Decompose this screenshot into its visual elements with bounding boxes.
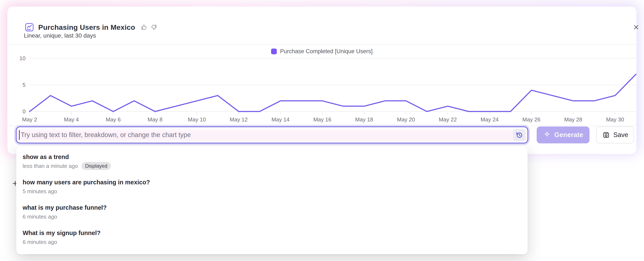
history-item-meta: 6 minutes ago: [22, 213, 521, 220]
legend-swatch[interactable]: [271, 48, 277, 54]
generate-button-label: Generate: [554, 131, 583, 139]
svg-text:May 4: May 4: [64, 116, 79, 123]
close-button[interactable]: [631, 22, 642, 33]
save-floppy-icon: [602, 131, 610, 139]
history-button[interactable]: [513, 129, 525, 141]
history-item-time: less than a minute ago: [22, 163, 78, 169]
svg-text:May 6: May 6: [106, 116, 121, 123]
history-item-time: 5 minutes ago: [22, 188, 57, 195]
svg-text:May 28: May 28: [564, 116, 582, 123]
thumbs-down-button[interactable]: [151, 24, 157, 31]
svg-text:May 20: May 20: [397, 116, 415, 123]
history-dropdown-list: show as a trend less than a minute ago D…: [16, 149, 528, 250]
history-item-title: show as a trend: [22, 153, 521, 161]
close-icon: [633, 24, 640, 31]
history-item[interactable]: what is my purchase funnel? 6 minutes ag…: [16, 199, 528, 225]
svg-text:May 14: May 14: [272, 116, 290, 123]
card-header: Purchasing Users in Mexico: [24, 22, 157, 32]
svg-text:May 30: May 30: [606, 116, 624, 123]
header-divider: [8, 44, 636, 45]
svg-text:May 12: May 12: [230, 116, 248, 123]
svg-text:May 10: May 10: [188, 116, 206, 123]
history-item-meta: 5 minutes ago: [22, 188, 521, 195]
generate-button[interactable]: Generate: [537, 126, 590, 143]
history-clock-icon: [515, 131, 523, 139]
save-button[interactable]: Save: [596, 126, 634, 143]
thumbs-down-icon: [151, 24, 157, 31]
chart-subtitle: Linear, unique, last 30 days: [24, 32, 96, 39]
svg-text:10: 10: [20, 55, 26, 61]
history-item[interactable]: What is my signup funnel? 6 minutes ago: [16, 225, 528, 250]
chart-divider: [8, 126, 636, 126]
page-title: Purchasing Users in Mexico: [38, 23, 135, 31]
prompt-input[interactable]: [16, 126, 528, 143]
thumbs-up-icon: [141, 24, 147, 31]
history-item-meta: less than a minute ago Displayed: [22, 163, 521, 169]
svg-text:May 18: May 18: [355, 116, 373, 123]
history-item-time: 6 minutes ago: [22, 214, 57, 220]
chart-line-icon: [24, 22, 34, 32]
sparkle-icon: [543, 131, 551, 139]
svg-text:May 2: May 2: [22, 116, 37, 123]
save-button-label: Save: [613, 131, 628, 139]
svg-text:5: 5: [22, 82, 26, 88]
history-item[interactable]: how many users are purchasing in mexico?…: [16, 174, 528, 199]
svg-text:May 26: May 26: [522, 116, 540, 123]
svg-text:0: 0: [22, 108, 26, 115]
history-item-title: what is my purchase funnel?: [22, 204, 521, 211]
legend-label[interactable]: Purchase Completed [Unique Users]: [280, 48, 372, 55]
svg-text:May 8: May 8: [148, 116, 162, 123]
svg-text:May 24: May 24: [481, 116, 499, 123]
history-item[interactable]: show as a trend less than a minute ago D…: [16, 149, 528, 174]
svg-text:May 22: May 22: [439, 116, 457, 123]
text-caret: [19, 130, 20, 140]
line-chart: 0510May 2May 4May 6May 8May 10May 12May …: [8, 55, 636, 127]
history-item-time: 6 minutes ago: [22, 239, 57, 245]
feedback-buttons: [141, 24, 157, 31]
history-item-meta: 6 minutes ago: [22, 239, 521, 245]
svg-text:May 16: May 16: [313, 116, 331, 123]
history-item-title: What is my signup funnel?: [22, 229, 521, 237]
history-dropdown: show as a trend less than a minute ago D…: [16, 146, 528, 254]
thumbs-up-button[interactable]: [141, 24, 147, 31]
chart-legend: Purchase Completed [Unique Users]: [8, 48, 636, 55]
history-item-title: how many users are purchasing in mexico?: [22, 179, 521, 186]
history-item-badge: Displayed: [82, 162, 111, 170]
